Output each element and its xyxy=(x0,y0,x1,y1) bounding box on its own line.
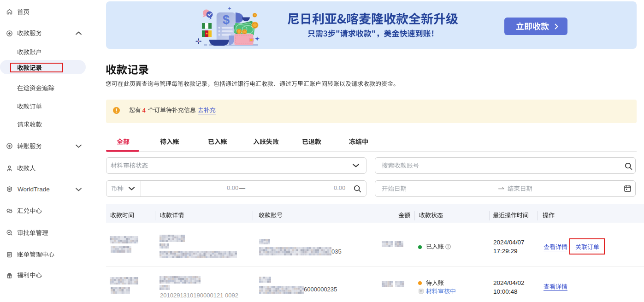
svg-text:$: $ xyxy=(223,13,230,27)
